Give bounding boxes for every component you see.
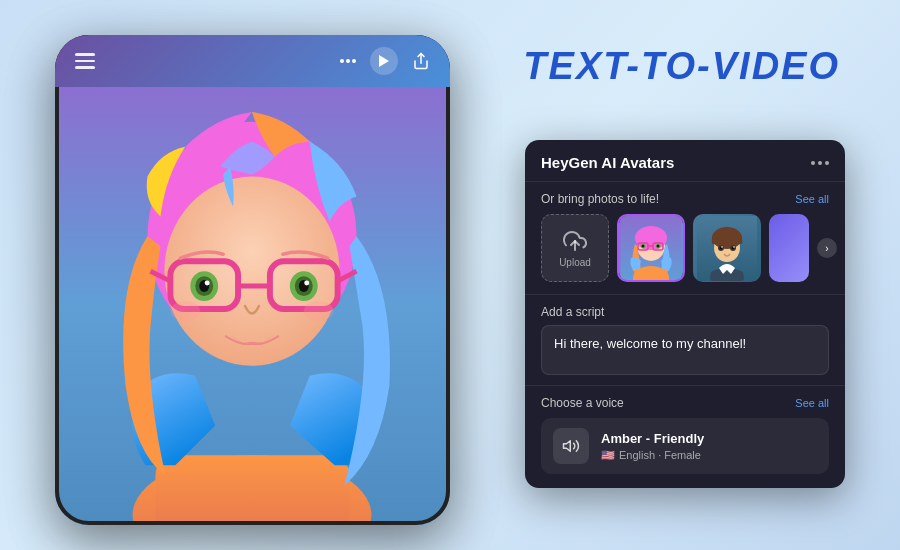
share-icon[interactable] [412, 52, 430, 70]
panel-more-options[interactable] [811, 161, 829, 165]
page-title: TEXT-TO-VIDEO [523, 45, 840, 88]
speaker-icon [562, 437, 580, 455]
svg-point-0 [340, 59, 344, 63]
panel-title: HeyGen AI Avatars [541, 154, 674, 171]
phone-device-frame [55, 35, 450, 525]
avatar-thumb-2[interactable] [693, 214, 761, 282]
phone-top-bar [55, 35, 450, 87]
svg-point-36 [657, 244, 660, 247]
hamburger-menu-icon[interactable] [75, 53, 95, 69]
see-all-voices-button[interactable]: See all [795, 397, 829, 409]
svg-point-45 [721, 246, 723, 248]
avatar-2-bg [693, 214, 761, 282]
avatar-thumb-3[interactable] [769, 214, 809, 282]
upload-icon [563, 229, 587, 253]
avatar-3-bg [769, 214, 809, 282]
voice-info: Amber - Friendly 🇺🇸 English · Female [601, 431, 817, 462]
panel-header: HeyGen AI Avatars [525, 140, 845, 182]
play-button[interactable] [370, 47, 398, 75]
voice-meta: 🇺🇸 English · Female [601, 449, 817, 462]
voice-section: Choose a voice See all Amber - Friendly … [525, 385, 845, 488]
svg-point-25 [304, 301, 334, 321]
svg-point-2 [352, 59, 356, 63]
svg-point-1 [346, 59, 350, 63]
voice-card[interactable]: Amber - Friendly 🇺🇸 English · Female [541, 418, 829, 474]
bring-photos-header: Or bring photos to life! See all [525, 182, 845, 214]
voice-name: Amber - Friendly [601, 431, 817, 446]
svg-point-24 [170, 301, 200, 321]
more-options-icon[interactable] [340, 59, 356, 63]
voice-section-header: Choose a voice See all [541, 386, 829, 418]
avatars-row: Upload [525, 214, 845, 294]
script-label: Add a script [541, 295, 829, 325]
svg-rect-6 [155, 455, 349, 525]
cartoon-avatar-display [55, 87, 450, 525]
voice-flag: 🇺🇸 [601, 449, 615, 462]
svg-point-46 [733, 246, 735, 248]
upload-button[interactable]: Upload [541, 214, 609, 282]
avatar-1-bg [619, 216, 683, 280]
speaker-icon-wrap [553, 428, 589, 464]
phone-header-actions [340, 47, 430, 75]
svg-marker-47 [564, 441, 571, 452]
bring-photos-label: Or bring photos to life! [541, 192, 659, 206]
avatar-thumb-1[interactable] [617, 214, 685, 282]
script-section: Add a script Hi there, welcome to my cha… [525, 294, 845, 385]
svg-point-23 [304, 281, 309, 286]
see-all-avatars-button[interactable]: See all [795, 193, 829, 205]
script-input-display[interactable]: Hi there, welcome to my channel! [541, 325, 829, 375]
voice-label: Choose a voice [541, 396, 624, 410]
voice-language: English · Female [619, 449, 701, 461]
svg-point-19 [205, 281, 210, 286]
avatars-next-button[interactable]: › [817, 238, 837, 258]
upload-label: Upload [559, 257, 591, 268]
heygen-panel: HeyGen AI Avatars Or bring photos to lif… [525, 140, 845, 488]
svg-point-34 [642, 244, 645, 247]
